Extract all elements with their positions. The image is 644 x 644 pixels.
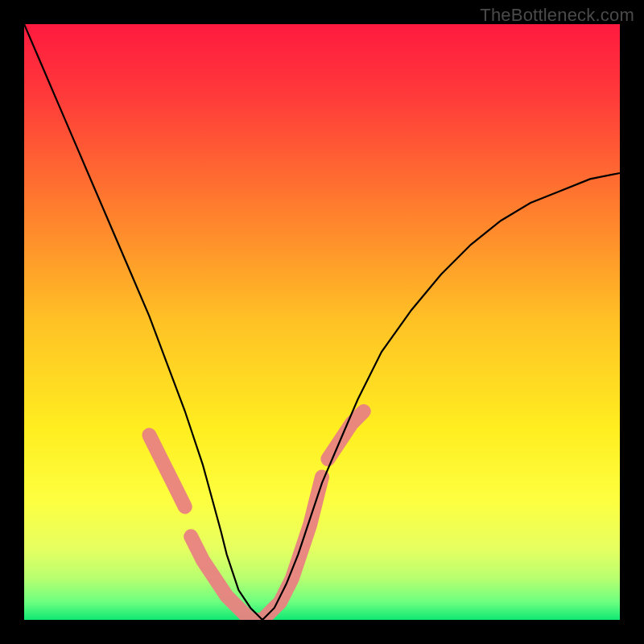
watermark-text: TheBottleneck.com [480, 5, 634, 26]
chart-svg [24, 24, 620, 620]
chart-container: TheBottleneck.com [0, 0, 644, 644]
gradient-background [24, 24, 620, 620]
